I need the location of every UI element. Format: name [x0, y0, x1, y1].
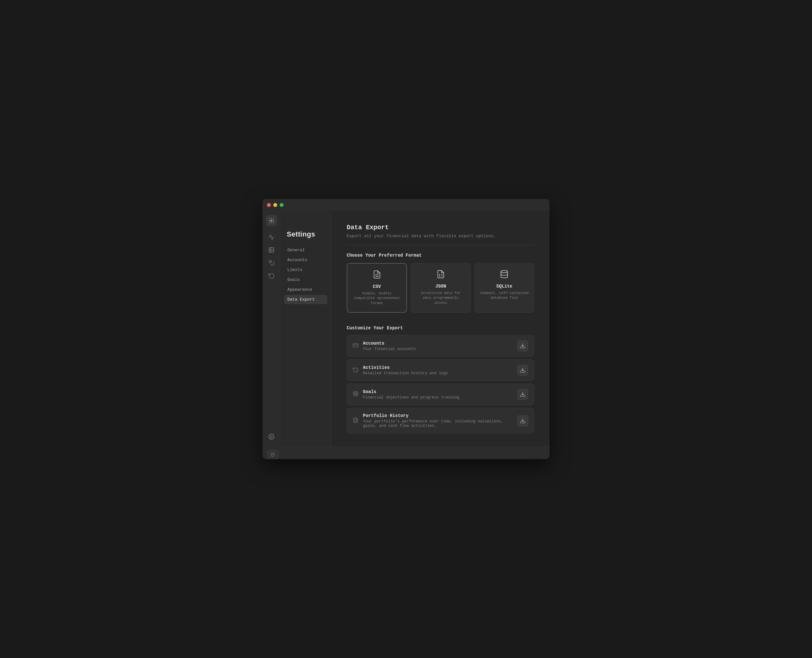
icon-rail	[262, 211, 281, 446]
goals-name: Goals	[363, 389, 513, 394]
app-window: Settings General Accounts Limits Goals A…	[262, 199, 550, 459]
format-cards: CSV Simple, widely compatible spreadshee…	[347, 263, 534, 313]
svg-rect-13	[353, 344, 358, 347]
svg-point-19	[355, 393, 356, 394]
accounts-name: Accounts	[363, 341, 513, 346]
section-title: Data Export	[347, 224, 534, 231]
goals-desc: Financial objectives and progress tracki…	[363, 395, 513, 400]
svg-rect-1	[269, 248, 274, 252]
activities-download-button[interactable]	[517, 365, 528, 376]
sidebar-item-limits[interactable]: Limits	[284, 265, 327, 274]
minimize-button[interactable]	[273, 203, 277, 207]
json-icon	[416, 270, 465, 280]
maximize-button[interactable]	[280, 203, 284, 207]
sqlite-desc: Compact, self-contained database file	[480, 291, 529, 301]
svg-point-18	[354, 392, 357, 395]
export-item-goals: Goals Financial objectives and progress …	[347, 384, 534, 405]
sidebar-item-general[interactable]: General	[284, 246, 327, 255]
bottom-bar	[262, 446, 550, 459]
json-name: JSON	[416, 284, 465, 289]
sqlite-icon	[480, 270, 529, 280]
export-item-activities: Activities Detailed transaction history …	[347, 359, 534, 381]
sidebar-item-goals[interactable]: Goals	[284, 275, 327, 284]
portfolio-history-name: Portfolio History	[363, 413, 513, 418]
accounts-info: Accounts Your financial accounts	[363, 341, 513, 351]
section-subtitle: Export all your financial data with flex…	[347, 234, 534, 238]
goals-icon	[353, 391, 359, 398]
format-card-sqlite[interactable]: SQLite Compact, self-contained database …	[475, 263, 534, 313]
sqlite-name: SQLite	[480, 284, 529, 289]
svg-point-0	[270, 220, 272, 221]
nav-icon-settings[interactable]	[266, 215, 277, 226]
activities-icon	[353, 367, 359, 374]
sidebar-item-accounts[interactable]: Accounts	[284, 255, 327, 265]
svg-point-17	[353, 392, 358, 396]
titlebar	[262, 199, 550, 211]
portfolio-history-download-button[interactable]	[517, 415, 528, 426]
csv-desc: Simple, widely compatible spreadsheet fo…	[353, 291, 401, 306]
nav-icon-gear[interactable]	[266, 431, 277, 442]
svg-point-12	[501, 270, 508, 273]
portfolio-history-desc: Your portfolio's performance over time, …	[363, 419, 513, 428]
activities-info: Activities Detailed transaction history …	[363, 365, 513, 376]
sidebar-item-appearance[interactable]: Appearance	[284, 285, 327, 294]
portfolio-history-icon	[353, 417, 359, 424]
csv-name: CSV	[353, 284, 401, 289]
close-button[interactable]	[267, 203, 271, 207]
activities-desc: Detailed transaction history and logs	[363, 371, 513, 376]
accounts-icon	[353, 342, 359, 349]
export-item-accounts: Accounts Your financial accounts	[347, 335, 534, 357]
goals-download-button[interactable]	[517, 389, 528, 400]
customize-title: Customize Your Export	[347, 326, 534, 331]
export-item-portfolio-history: Portfolio History Your portfolio's perfo…	[347, 408, 534, 434]
sidebar: Settings General Accounts Limits Goals A…	[281, 211, 331, 446]
sidebar-item-data-export[interactable]: Data Export	[284, 295, 327, 304]
csv-icon	[353, 270, 401, 281]
portfolio-history-info: Portfolio History Your portfolio's perfo…	[363, 413, 513, 428]
accounts-download-button[interactable]	[517, 340, 528, 351]
main-content: Data Export Export all your financial da…	[331, 211, 550, 446]
activities-name: Activities	[363, 365, 513, 370]
format-card-json[interactable]: JSON Structured data for easy programmat…	[411, 263, 470, 313]
nav-icon-coins[interactable]	[266, 257, 277, 268]
nav-icon-chart[interactable]	[266, 232, 277, 243]
nav-icon-table[interactable]	[266, 244, 277, 256]
json-desc: Structured data for easy programmatic ac…	[416, 291, 465, 306]
accounts-desc: Your financial accounts	[363, 347, 513, 351]
section-header: Data Export Export all your financial da…	[347, 224, 534, 245]
app-body: Settings General Accounts Limits Goals A…	[262, 211, 550, 446]
nav-icon-history[interactable]	[266, 270, 277, 281]
format-section-title: Choose Your Preferred Format	[347, 253, 534, 258]
export-items-list: Accounts Your financial accounts	[347, 335, 534, 434]
goals-info: Goals Financial objectives and progress …	[363, 389, 513, 400]
sidebar-title: Settings	[284, 230, 327, 245]
format-card-csv[interactable]: CSV Simple, widely compatible spreadshee…	[347, 263, 407, 313]
svg-point-6	[270, 436, 272, 438]
collapse-sidebar-button[interactable]	[267, 450, 278, 459]
